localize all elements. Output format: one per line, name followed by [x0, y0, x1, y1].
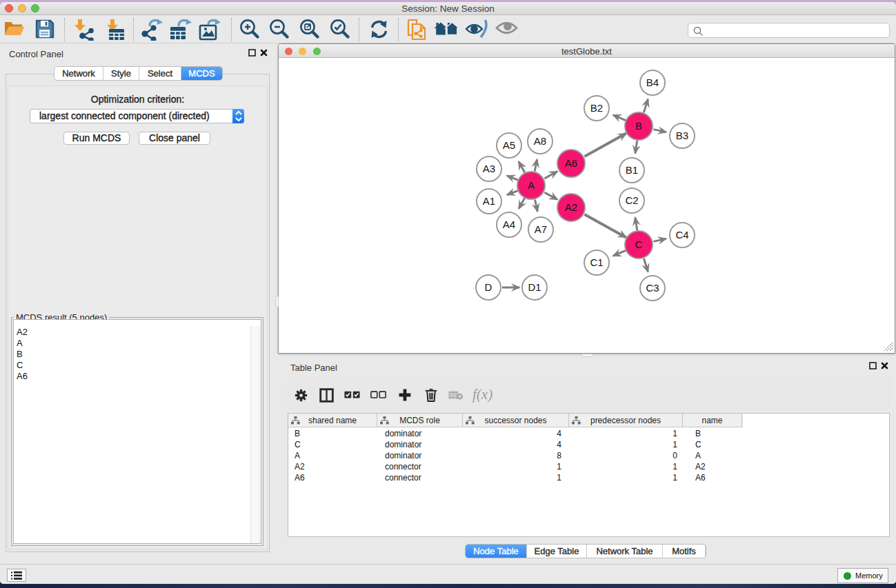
svg-text:B1: B1	[626, 164, 638, 176]
svg-text:A: A	[528, 179, 535, 191]
svg-text:A5: A5	[503, 139, 515, 151]
svg-text:A7: A7	[535, 223, 547, 235]
svg-text:A8: A8	[534, 135, 546, 147]
svg-text:D: D	[485, 281, 492, 293]
svg-text:A1: A1	[483, 195, 495, 207]
svg-text:A6: A6	[565, 157, 577, 169]
svg-text:B4: B4	[646, 77, 659, 88]
svg-text:B2: B2	[590, 102, 603, 114]
svg-text:C1: C1	[590, 256, 603, 268]
svg-text:A3: A3	[483, 163, 495, 174]
svg-text:C2: C2	[625, 194, 638, 206]
svg-text:C4: C4	[675, 229, 688, 241]
svg-text:B3: B3	[676, 130, 688, 141]
svg-text:D1: D1	[528, 281, 541, 293]
svg-text:C3: C3	[646, 282, 659, 294]
svg-text:B: B	[635, 120, 642, 132]
svg-text:C: C	[635, 239, 643, 250]
svg-text:A2: A2	[565, 201, 577, 213]
svg-text:A4: A4	[503, 219, 515, 230]
